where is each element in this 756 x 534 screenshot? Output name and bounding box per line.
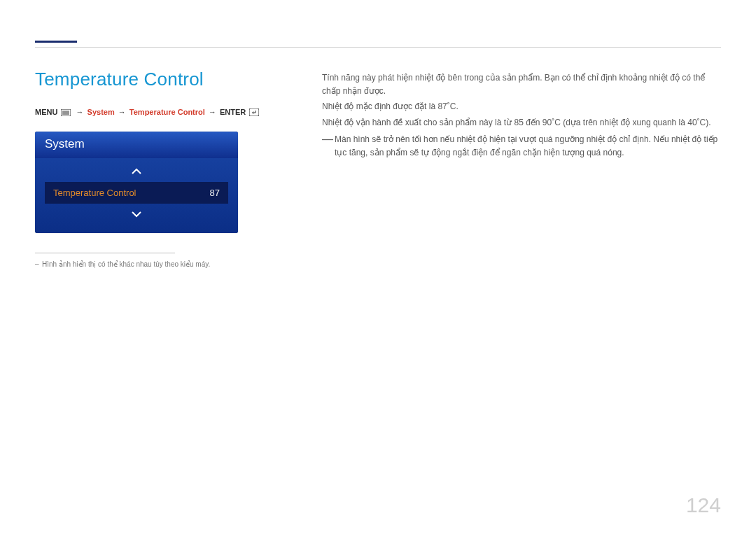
right-column: Tính năng này phát hiện nhiệt độ bên tro… xyxy=(322,69,721,268)
page-number: 124 xyxy=(686,493,721,517)
page: Temperature Control MENU → System → Temp… xyxy=(0,0,756,534)
body-paragraph: Tính năng này phát hiện nhiệt độ bên tro… xyxy=(322,71,721,97)
body-note-text: Màn hình sẽ trở nên tối hơn nếu nhiệt độ… xyxy=(335,134,718,157)
breadcrumb-arrow: → xyxy=(207,108,218,116)
osd-panel-body: Temperature Control 87 xyxy=(35,158,238,233)
breadcrumb-temperature: Temperature Control xyxy=(130,108,205,116)
body-paragraph: Nhiệt độ vận hành đề xuất cho sản phẩm n… xyxy=(322,116,721,129)
breadcrumb-enter: ENTER xyxy=(220,108,246,116)
breadcrumb: MENU → System → Temperature Control → EN… xyxy=(35,107,280,119)
breadcrumb-system: System xyxy=(88,108,115,116)
breadcrumb-arrow: → xyxy=(75,108,85,116)
content-columns: Temperature Control MENU → System → Temp… xyxy=(35,42,721,268)
osd-item-temperature[interactable]: Temperature Control 87 xyxy=(45,182,228,204)
chevron-up-icon[interactable] xyxy=(35,165,238,178)
page-title: Temperature Control xyxy=(35,69,280,90)
menu-icon xyxy=(61,108,71,119)
body-note: ― Màn hình sẽ trở nên tối hơn nếu nhiệt … xyxy=(322,133,721,159)
enter-icon xyxy=(249,108,259,119)
osd-panel-title: System xyxy=(35,132,238,158)
osd-panel: System Temperature Control 87 xyxy=(35,132,238,233)
osd-item-value: 87 xyxy=(210,188,220,198)
footnote-text: Hình ảnh hiển thị có thể khác nhau tùy t… xyxy=(35,260,280,268)
header-rule xyxy=(35,47,721,48)
body-paragraph: Nhiệt độ mặc định được đặt là 87˚C. xyxy=(322,100,721,113)
osd-item-label: Temperature Control xyxy=(53,188,136,198)
breadcrumb-arrow: → xyxy=(117,108,127,116)
footnote-divider xyxy=(35,253,175,253)
note-dash-icon: ― xyxy=(322,131,333,148)
left-column: Temperature Control MENU → System → Temp… xyxy=(35,69,280,268)
breadcrumb-menu: MENU xyxy=(35,108,57,116)
chevron-down-icon[interactable] xyxy=(35,208,238,220)
